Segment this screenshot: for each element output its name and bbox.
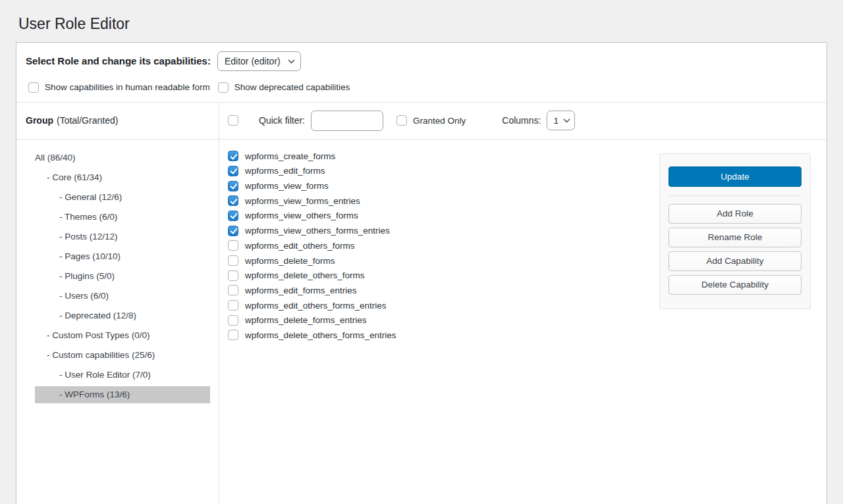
capability-checkbox[interactable]	[228, 166, 238, 176]
capability-checkbox[interactable]	[228, 300, 238, 311]
tree-item[interactable]: - Users (6/0)	[35, 288, 210, 305]
group-sidebar: Group (Total/Granted) All (86/40)- Core …	[16, 103, 219, 504]
update-button[interactable]: Update	[668, 166, 802, 187]
capability-name: wpforms_edit_forms	[245, 166, 325, 176]
capability-checkbox[interactable]	[228, 226, 238, 236]
tree-item[interactable]: - User Role Editor (7/0)	[35, 366, 210, 384]
capability-name: wpforms_delete_others_forms	[245, 270, 365, 280]
group-header-bold: Group	[26, 115, 53, 126]
capability-name: wpforms_delete_others_forms_entries	[245, 330, 396, 340]
capability-checkbox[interactable]	[228, 151, 238, 161]
capability-checkbox[interactable]	[228, 211, 238, 221]
tree-item[interactable]: - General (12/6)	[35, 189, 210, 206]
human-readable-label: Show capabilities in human readable form	[45, 82, 210, 92]
top-section: Select Role and change its capabilities:…	[16, 43, 827, 102]
capability-checkbox[interactable]	[228, 195, 238, 206]
human-readable-option: Show capabilities in human readable form	[28, 82, 210, 93]
actions-divider	[668, 195, 802, 196]
tree-item[interactable]: - Posts (12/12)	[35, 228, 210, 245]
add-role-button[interactable]: Add Role	[668, 204, 802, 224]
role-select[interactable]: Editor (editor)	[217, 51, 301, 71]
capabilities-content: wpforms_create_formswpforms_edit_formswp…	[219, 139, 827, 504]
tree-item[interactable]: - Themes (6/0)	[35, 209, 210, 226]
granted-only-label: Granted Only	[413, 116, 466, 126]
capability-checkbox[interactable]	[228, 330, 238, 340]
tree-item[interactable]: - Custom Post Types (0/0)	[35, 327, 210, 344]
tree-item[interactable]: - Plugins (5/0)	[35, 268, 210, 285]
granted-only-checkbox[interactable]	[396, 115, 407, 126]
select-all-checkbox[interactable]	[228, 115, 238, 126]
group-header: Group (Total/Granted)	[16, 103, 219, 139]
capabilities-pane: Quick filter: Granted Only Columns: 1 wp…	[219, 103, 827, 504]
capability-name: wpforms_view_forms	[245, 181, 329, 191]
capability-checkbox[interactable]	[228, 255, 238, 266]
deprecated-checkbox[interactable]	[218, 82, 229, 93]
capability-name: wpforms_edit_forms_entries	[245, 286, 357, 295]
tree-item[interactable]: - Deprecated (12/8)	[35, 307, 210, 324]
deprecated-label: Show deprecated capabilities	[234, 82, 350, 92]
capability-checkbox[interactable]	[228, 240, 238, 251]
capability-row: wpforms_delete_others_forms_entries	[228, 328, 827, 343]
tree-item[interactable]: - Core (61/34)	[35, 169, 210, 186]
rename-role-button[interactable]: Rename Role	[668, 228, 802, 247]
tree-item[interactable]: - Pages (10/10)	[35, 248, 210, 265]
page-title: User Role Editor	[0, 0, 843, 34]
capability-name: wpforms_delete_forms_entries	[245, 315, 367, 325]
group-header-suffix: (Total/Granted)	[57, 115, 118, 126]
capability-name: wpforms_view_forms_entries	[245, 196, 360, 206]
human-readable-checkbox[interactable]	[28, 82, 39, 93]
capability-name: wpforms_view_others_forms_entries	[245, 226, 390, 236]
capability-checkbox[interactable]	[228, 285, 238, 295]
capability-checkbox[interactable]	[228, 181, 238, 191]
group-tree: All (86/40)- Core (61/34)- General (12/6…	[16, 139, 219, 406]
main-panel: Select Role and change its capabilities:…	[16, 42, 827, 504]
quick-filter-input[interactable]	[311, 111, 383, 131]
capability-name: wpforms_create_forms	[245, 151, 335, 161]
capability-name: wpforms_delete_forms	[245, 256, 335, 266]
tree-item[interactable]: All (86/40)	[35, 149, 210, 166]
select-role-label: Select Role and change its capabilities:	[26, 55, 211, 66]
add-capability-button[interactable]: Add Capability	[668, 251, 802, 271]
tree-item[interactable]: - Custom capabilities (25/6)	[35, 347, 210, 364]
filter-row: Quick filter: Granted Only Columns: 1	[219, 103, 827, 139]
columns-select[interactable]: 1	[547, 111, 575, 130]
capability-checkbox[interactable]	[228, 270, 238, 281]
capability-name: wpforms_edit_others_forms_entries	[245, 301, 387, 311]
capability-name: wpforms_edit_others_forms	[245, 241, 355, 251]
deprecated-option: Show deprecated capabilities	[218, 82, 350, 93]
tree-item-selected[interactable]: - WPForms (13/6)	[35, 386, 210, 403]
capability-name: wpforms_view_others_forms	[245, 211, 358, 220]
capability-checkbox[interactable]	[228, 315, 238, 326]
columns-label: Columns:	[502, 115, 541, 126]
capability-row: wpforms_delete_forms_entries	[228, 313, 827, 328]
actions-panel: Update Add Role Rename Role Add Capabili…	[659, 153, 811, 309]
quick-filter-label: Quick filter:	[259, 115, 305, 126]
delete-capability-button[interactable]: Delete Capability	[668, 275, 802, 295]
